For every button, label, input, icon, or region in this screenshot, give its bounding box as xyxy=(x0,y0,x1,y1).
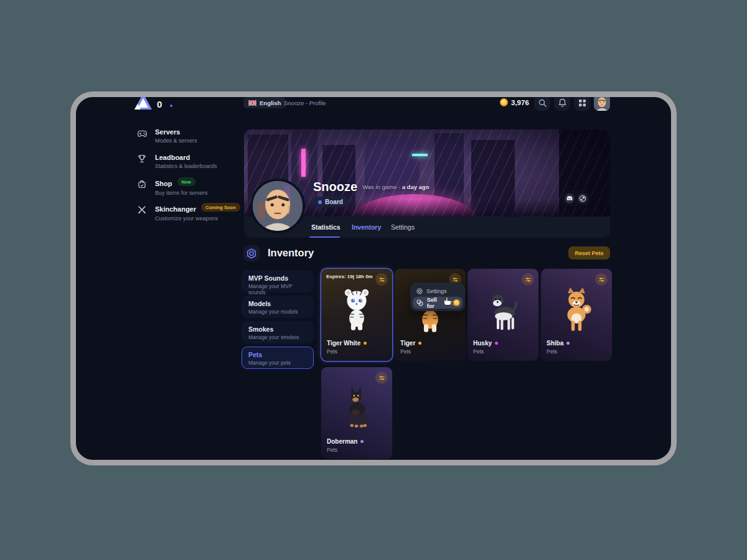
coin-balance: 3,976 xyxy=(500,98,529,106)
rarity-dot xyxy=(360,440,364,443)
husky-image xyxy=(483,287,523,338)
avatar-image xyxy=(253,181,303,231)
coins-icon xyxy=(416,299,423,306)
team-badge[interactable]: Board xyxy=(314,197,349,207)
pet-settings-button[interactable] xyxy=(522,273,534,286)
crossed-weapons-icon xyxy=(138,205,146,217)
inventory-section-icon-box xyxy=(243,245,260,261)
context-menu-sell[interactable]: Sell for 715 xyxy=(413,297,463,309)
coin-balance-value: 3,976 xyxy=(511,99,529,106)
avatar-image xyxy=(594,95,610,111)
coin-icon xyxy=(500,98,508,106)
profile-status: Was in game - a day ago xyxy=(362,184,429,190)
pet-card-tiger-white[interactable]: Expires: 19j 18h 0m xyxy=(321,269,392,361)
profile-name: Snooze xyxy=(313,180,357,194)
rarity-dot xyxy=(566,342,570,345)
shopping-bag-icon xyxy=(138,180,146,191)
online-counter: 0 xyxy=(157,99,162,110)
apps-grid-button[interactable] xyxy=(574,95,590,111)
team-dot-icon xyxy=(318,200,322,204)
coming-soon-badge: Coming Soon xyxy=(201,203,240,212)
sliders-icon xyxy=(378,375,385,381)
expires-label: Expires: 19j 18h 0m xyxy=(326,274,373,279)
gamepad-icon xyxy=(138,129,147,140)
app-window: 0 English Snooze - Profile 3,976 xyxy=(70,91,677,465)
settings-icon xyxy=(416,288,423,294)
grid-icon xyxy=(578,99,586,107)
user-avatar-button[interactable] xyxy=(594,95,610,111)
trophy-icon xyxy=(138,154,146,166)
language-selector[interactable]: English xyxy=(243,97,286,108)
pet-card-shiba[interactable]: Shiba Pets xyxy=(541,269,612,361)
category-models[interactable]: Models Manage your models xyxy=(242,296,314,318)
sliders-icon xyxy=(598,276,605,283)
rarity-dot xyxy=(364,342,367,345)
sliders-icon xyxy=(378,276,385,283)
tab-statistics[interactable]: Statistics xyxy=(311,223,341,231)
search-button[interactable] xyxy=(534,95,550,111)
coin-icon xyxy=(453,299,460,306)
category-mvp-sounds[interactable]: MVP Sounds Manage your MVP sounds xyxy=(242,270,314,292)
pet-card-husky[interactable]: Husky Pets xyxy=(467,269,538,361)
doberman-image xyxy=(337,383,377,436)
sliders-icon xyxy=(525,276,532,283)
site-logo[interactable] xyxy=(133,91,154,113)
reset-pets-button[interactable]: Reset Pets xyxy=(568,246,610,259)
bell-icon xyxy=(558,98,566,107)
uk-flag-icon xyxy=(248,100,256,106)
online-indicator-dot xyxy=(170,105,172,107)
context-menu-settings[interactable]: Settings xyxy=(413,285,463,297)
tiger-white-image xyxy=(337,282,377,336)
language-label: English xyxy=(260,100,281,106)
tab-inventory[interactable]: Inventory xyxy=(352,223,381,231)
category-pets[interactable]: Pets Manage your pets xyxy=(242,347,314,369)
desktop-background: 0 English Snooze - Profile 3,976 xyxy=(0,0,747,560)
category-smokes[interactable]: Smokes Manage your smokes xyxy=(242,321,314,343)
profile-social-links xyxy=(561,191,591,206)
search-icon xyxy=(538,99,547,107)
pet-settings-button[interactable] xyxy=(375,273,388,286)
active-tab-indicator xyxy=(309,236,340,238)
hand-cursor-icon xyxy=(443,296,452,306)
rarity-dot xyxy=(495,342,498,345)
sliders-icon xyxy=(452,276,459,283)
notifications-button[interactable] xyxy=(554,95,570,111)
discord-icon[interactable] xyxy=(565,194,575,203)
shiba-image xyxy=(557,284,596,337)
tab-settings[interactable]: Settings xyxy=(391,223,415,231)
page-title: Inventory xyxy=(268,247,314,259)
breadcrumb: Snooze - Profile xyxy=(284,100,326,106)
new-badge: New xyxy=(177,177,195,186)
pet-settings-button[interactable] xyxy=(375,371,388,384)
rarity-dot xyxy=(418,342,421,345)
steam-icon[interactable] xyxy=(578,194,588,203)
hexagon-badge-icon xyxy=(247,248,256,259)
pet-context-menu: Settings Sell for 715 xyxy=(410,282,465,311)
profile-avatar[interactable] xyxy=(250,179,305,233)
pet-card-doberman[interactable]: Doberman Pets xyxy=(321,367,392,459)
pet-settings-button[interactable] xyxy=(595,273,608,286)
